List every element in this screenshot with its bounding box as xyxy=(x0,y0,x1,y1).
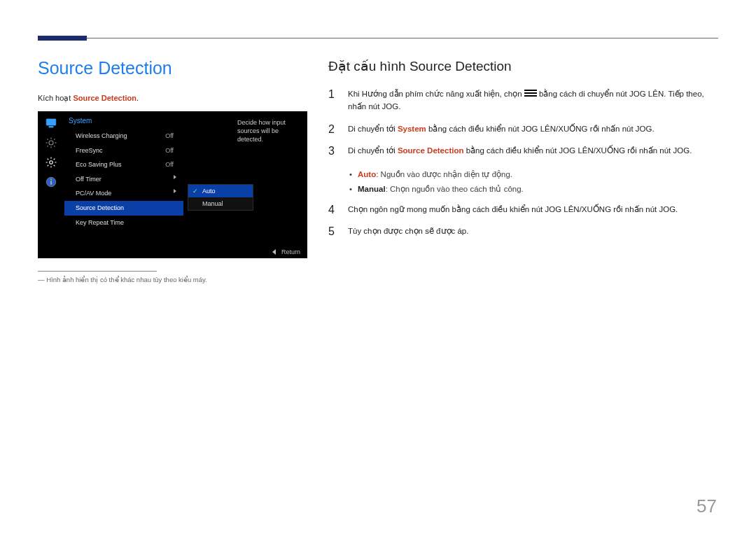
svg-line-8 xyxy=(54,146,55,147)
step-1: 1 Khi Hướng dẫn phím chức năng xuất hiện… xyxy=(328,88,718,113)
osd-menu: Wireless ChargingOff FreeSyncOff Eco Sav… xyxy=(64,129,183,230)
osd-icon-strip xyxy=(38,111,64,258)
svg-point-11 xyxy=(50,161,53,164)
lead-strong: Source Detection xyxy=(73,94,136,102)
chevron-right-icon xyxy=(174,175,176,179)
svg-rect-14 xyxy=(50,179,52,181)
triangle-left-icon xyxy=(272,249,276,255)
step-5: 5 Tùy chọn được chọn sẽ được áp. xyxy=(328,225,718,238)
svg-line-7 xyxy=(47,139,48,140)
config-title: Đặt cấu hình Source Detection xyxy=(328,58,718,74)
steps-list: 1 Khi Hướng dẫn phím chức năng xuất hiện… xyxy=(328,88,718,157)
svg-line-9 xyxy=(47,146,48,147)
gear-icon xyxy=(44,156,58,169)
svg-rect-1 xyxy=(49,127,53,128)
bullet-auto: Auto: Nguồn vào được nhận diện tự động. xyxy=(349,167,718,182)
step-number: 3 xyxy=(328,145,338,157)
osd-return-label[interactable]: Return xyxy=(281,248,300,255)
step-3: 3 Di chuyển tới Source Detection bằng cá… xyxy=(328,145,718,157)
osd-submenu-item-selected[interactable]: Auto xyxy=(188,185,253,197)
brightness-icon xyxy=(44,136,58,149)
osd-menu-item[interactable]: PC/AV Mode xyxy=(64,186,183,201)
osd-submenu-item[interactable]: Manual xyxy=(188,197,253,210)
svg-rect-13 xyxy=(50,181,52,185)
osd-menu-item[interactable]: Wireless ChargingOff xyxy=(64,129,183,143)
svg-line-10 xyxy=(54,139,55,140)
osd-menu-item-selected[interactable]: Source Detection xyxy=(64,201,183,216)
step-strong: Source Detection xyxy=(398,146,464,155)
osd-menu-item[interactable]: Eco Saving PlusOff xyxy=(64,157,183,172)
lead-text: Kích hoạt Source Detection. xyxy=(38,94,307,103)
bullet-list: Auto: Nguồn vào được nhận diện tự động. … xyxy=(349,167,718,196)
bullet-manual: Manual: Chọn nguồn vào theo cách thủ côn… xyxy=(349,182,718,197)
info-icon xyxy=(44,176,58,188)
footnote-rule xyxy=(38,271,157,272)
step-4: 4 Chọn ngôn ngữ mong muốn bằng cách điều… xyxy=(328,204,718,216)
section-title: Source Detection xyxy=(38,58,307,78)
chevron-right-icon xyxy=(174,189,176,193)
osd-footer: Return xyxy=(272,248,300,255)
osd-menu-item[interactable]: Off Timer xyxy=(64,172,183,187)
step-number: 5 xyxy=(328,225,338,238)
monitor-icon xyxy=(44,117,58,129)
menu-icon xyxy=(524,90,537,97)
step-number: 4 xyxy=(328,204,338,216)
step-strong: System xyxy=(398,125,426,133)
footnote: ― Hình ảnh hiển thị có thể khác nhau tùy… xyxy=(38,276,307,283)
osd-screenshot: System Wireless ChargingOff FreeSyncOff … xyxy=(38,111,307,258)
step-2: 2 Di chuyển tới System bằng cách điều kh… xyxy=(328,123,718,136)
svg-point-2 xyxy=(49,141,53,145)
page-number: 57 xyxy=(696,496,717,517)
osd-menu-item[interactable]: Key Repeat Time xyxy=(64,216,183,230)
step-number: 2 xyxy=(328,123,338,136)
osd-help-text: Decide how input sources will be detecte… xyxy=(234,115,303,146)
osd-submenu: Auto Manual xyxy=(188,184,253,211)
osd-menu-item[interactable]: FreeSyncOff xyxy=(64,143,183,158)
steps-list-2: 4 Chọn ngôn ngữ mong muốn bằng cách điều… xyxy=(328,204,718,239)
step-number: 1 xyxy=(328,88,338,113)
top-rule xyxy=(38,38,718,38)
svg-rect-0 xyxy=(46,119,56,125)
